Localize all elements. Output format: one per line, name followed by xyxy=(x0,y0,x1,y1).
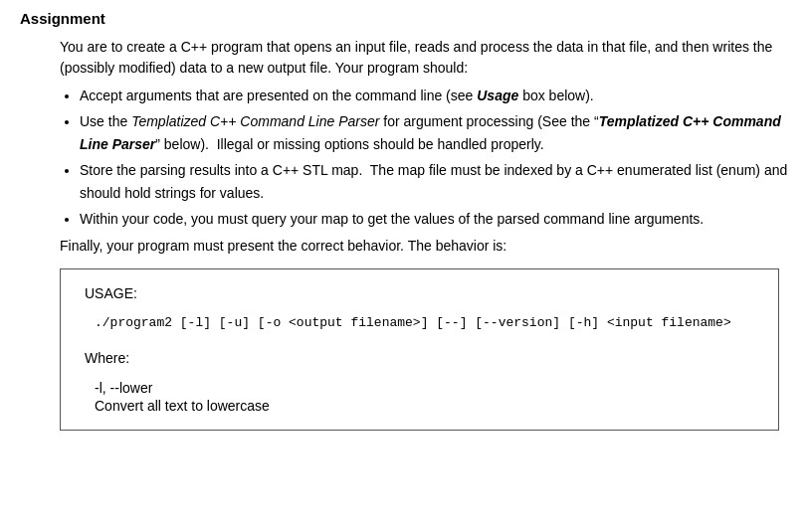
page-container: Assignment You are to create a C++ progr… xyxy=(20,10,789,431)
finally-paragraph: Finally, your program must present the c… xyxy=(60,236,789,257)
intro-paragraph: You are to create a C++ program that ope… xyxy=(60,37,789,79)
option-description: Convert all text to lowercase xyxy=(95,398,754,414)
bullet-item-4: Within your code, you must query your ma… xyxy=(80,208,789,230)
option-flag: -l, --lower xyxy=(95,380,754,396)
usage-bold-italic: Usage xyxy=(477,88,518,103)
templatized-italic: Templatized C++ Command Line Parser xyxy=(131,113,379,129)
usage-label: USAGE: xyxy=(85,285,754,301)
assignment-title: Assignment xyxy=(20,10,789,27)
where-label: Where: xyxy=(85,350,754,366)
bullet-item-1: Accept arguments that are presented on t… xyxy=(80,85,789,106)
bullet-list: Accept arguments that are presented on t… xyxy=(80,85,789,230)
bullet-item-2: Use the Templatized C++ Command Line Par… xyxy=(80,110,789,155)
bullet-item-3: Store the parsing results into a C++ STL… xyxy=(80,159,789,204)
usage-command: ./program2 [-l] [-u] [-o <output filenam… xyxy=(95,315,754,330)
usage-box: USAGE: ./program2 [-l] [-u] [-o <output … xyxy=(60,268,779,431)
